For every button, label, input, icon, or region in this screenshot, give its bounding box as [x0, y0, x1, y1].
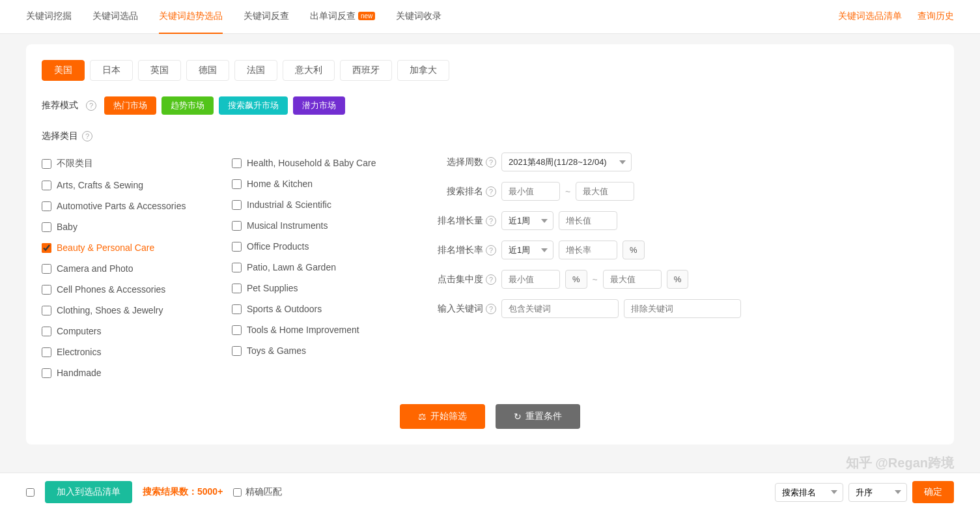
category-label[interactable]: Tools & Home Improvement [247, 325, 359, 335]
category-item: Health, Household & Baby Care [232, 153, 406, 173]
category-item: Arts, Crafts & Sewing [42, 175, 216, 196]
nav-item[interactable]: 关键词收录 [396, 0, 441, 34]
category-checkbox[interactable] [42, 306, 51, 315]
category-checkbox[interactable] [232, 158, 242, 168]
category-checkbox[interactable] [42, 327, 51, 336]
category-checkbox[interactable] [232, 325, 242, 335]
category-item: Sports & Outdoors [232, 299, 406, 319]
watermark: 知乎 @Regan跨境 [846, 454, 954, 455]
mode-btn-hot[interactable]: 热门市场 [104, 96, 156, 115]
keyword-help-icon[interactable]: ? [486, 304, 496, 314]
nav-item[interactable]: 出单词反查new [310, 0, 375, 34]
category-item: Camera and Photo [42, 258, 216, 279]
search-rank-max-input[interactable] [576, 182, 634, 201]
category-checkbox[interactable] [232, 346, 242, 356]
rank-growth-rate-input[interactable] [559, 241, 617, 259]
mode-help-icon[interactable]: ? [86, 100, 96, 111]
nav-right-item[interactable]: 查询历史 [917, 0, 954, 34]
country-tab[interactable]: 美国 [42, 60, 85, 81]
category-checkbox[interactable] [42, 264, 51, 274]
keyword-include-input[interactable] [501, 299, 619, 318]
click-density-help-icon[interactable]: ? [486, 274, 496, 285]
category-label[interactable]: Toys & Games [247, 345, 306, 356]
category-checkbox[interactable] [42, 222, 51, 232]
search-rank-help-icon[interactable]: ? [486, 186, 496, 197]
category-label[interactable]: Pet Supplies [247, 283, 298, 293]
category-checkbox[interactable] [42, 243, 51, 253]
country-tab[interactable]: 法国 [234, 60, 277, 81]
mode-btn-potential[interactable]: 潜力市场 [293, 96, 345, 115]
rank-growth-select[interactable]: 近1周近2周近4周 [501, 211, 553, 230]
country-tab[interactable]: 英国 [138, 60, 181, 81]
categories-panel: 不限类目Arts, Crafts & SewingAutomotive Part… [42, 153, 406, 383]
nav-item[interactable]: 关键词反查 [244, 0, 289, 34]
category-checkbox[interactable] [42, 285, 51, 295]
filter-button[interactable]: ⚖ 开始筛选 [400, 404, 485, 429]
category-label[interactable]: Handmade [57, 368, 102, 378]
category-item: Musical Instruments [232, 215, 406, 236]
search-rank-min-input[interactable] [501, 182, 560, 201]
category-item: Pet Supplies [232, 278, 406, 299]
category-label[interactable]: Office Products [247, 241, 309, 252]
category-checkbox[interactable] [42, 159, 51, 169]
category-label[interactable]: Beauty & Personal Care [57, 242, 154, 253]
category-label[interactable]: Industrial & Scientific [247, 199, 331, 210]
rank-growth-input[interactable] [559, 211, 617, 230]
rank-growth-rate-select[interactable]: 近1周近2周近4周 [501, 241, 553, 259]
week-select[interactable]: 2021第48周(11/28~12/04)2021第47周(11/21~11/2… [501, 153, 632, 171]
category-label[interactable]: Camera and Photo [57, 263, 133, 274]
category-checkbox[interactable] [42, 201, 51, 211]
week-label: 选择周数 ? [438, 156, 496, 168]
category-item: 不限类目 [42, 153, 216, 175]
country-tab[interactable]: 西班牙 [340, 60, 392, 81]
category-checkbox[interactable] [232, 304, 242, 314]
mode-btn-surge[interactable]: 搜索飙升市场 [219, 96, 288, 115]
category-label[interactable]: Electronics [57, 347, 101, 357]
nav-item[interactable]: 关键词趋势选品 [159, 0, 223, 34]
category-checkbox[interactable] [232, 221, 242, 231]
click-density-max-input[interactable] [603, 270, 662, 289]
nav-item[interactable]: 关键词挖掘 [26, 0, 72, 34]
category-checkbox[interactable] [232, 179, 242, 189]
category-help-icon[interactable]: ? [82, 131, 92, 141]
click-density-sep: ~ [593, 274, 598, 285]
category-label[interactable]: Baby [57, 222, 77, 232]
category-label[interactable]: Musical Instruments [247, 220, 328, 231]
country-tab[interactable]: 德国 [186, 60, 229, 81]
category-checkbox[interactable] [232, 284, 242, 293]
rank-growth-rate-help-icon[interactable]: ? [486, 245, 496, 256]
nav-item[interactable]: 关键词选品 [92, 0, 138, 34]
category-item: Baby [42, 216, 216, 237]
category-checkbox[interactable] [42, 347, 51, 357]
category-label[interactable]: Cell Phones & Accessories [57, 284, 165, 295]
click-density-label: 点击集中度 ? [438, 274, 496, 285]
category-label[interactable]: Automotive Parts & Accessories [57, 201, 186, 211]
category-item: Electronics [42, 342, 216, 362]
category-checkbox[interactable] [232, 263, 242, 272]
category-checkbox[interactable] [42, 368, 51, 378]
mode-section: 推荐模式 ? 热门市场趋势市场搜索飙升市场潜力市场 [42, 96, 938, 115]
click-density-min-input[interactable] [501, 270, 560, 289]
keyword-exclude-input[interactable] [624, 299, 741, 318]
mode-btn-trend[interactable]: 趋势市场 [161, 96, 214, 115]
category-checkbox[interactable] [232, 242, 242, 252]
category-label[interactable]: Arts, Crafts & Sewing [57, 180, 143, 190]
category-item: Clothing, Shoes & Jewelry [42, 300, 216, 321]
country-tab[interactable]: 意大利 [283, 60, 335, 81]
category-label[interactable]: Home & Kitchen [247, 179, 313, 189]
reset-button[interactable]: ↻ 重置条件 [496, 404, 580, 429]
week-help-icon[interactable]: ? [486, 157, 496, 168]
category-label[interactable]: Sports & Outdoors [247, 304, 322, 314]
country-tab[interactable]: 加拿大 [397, 60, 449, 81]
category-label[interactable]: Patio, Lawn & Garden [247, 262, 336, 272]
category-checkbox[interactable] [42, 181, 51, 190]
category-label[interactable]: Computers [57, 326, 101, 336]
rank-growth-help-icon[interactable]: ? [486, 216, 496, 226]
nav-right-item[interactable]: 关键词选品清单 [838, 0, 902, 34]
category-label[interactable]: Health, Household & Baby Care [247, 158, 376, 168]
category-item: Industrial & Scientific [232, 194, 406, 215]
category-label[interactable]: Clothing, Shoes & Jewelry [57, 305, 163, 315]
category-checkbox[interactable] [232, 200, 242, 210]
category-label[interactable]: 不限类目 [57, 158, 93, 169]
country-tab[interactable]: 日本 [90, 60, 133, 81]
